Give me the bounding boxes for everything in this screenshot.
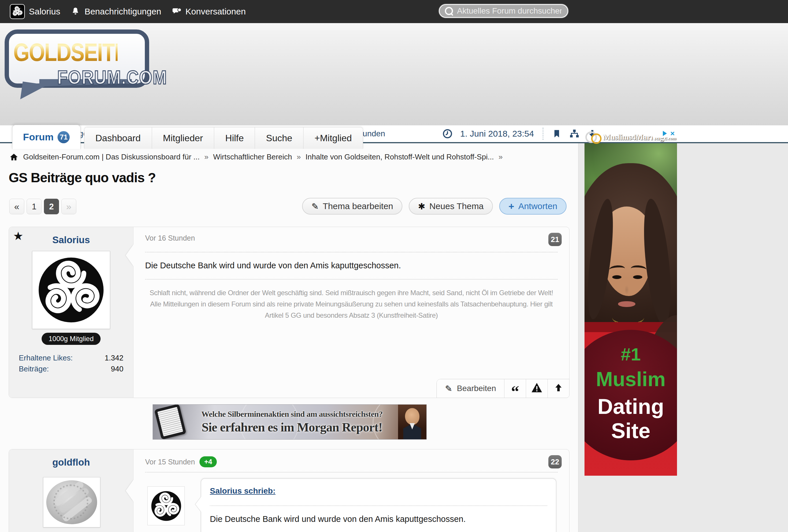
quoted-author-avatar[interactable]: [147, 486, 185, 525]
tab-suche[interactable]: Suche: [255, 127, 303, 149]
post-tail: [126, 480, 134, 502]
wedding-rings-icon: [585, 131, 602, 143]
user-avatar: [10, 4, 25, 19]
quote-post-button[interactable]: “: [505, 379, 526, 398]
logo-text-goldseiten: GOLDSEITEN: [13, 38, 118, 67]
breadcrumb-inhalte[interactable]: Inhalte von Goldseiten, Rohstoff-Welt un…: [306, 152, 494, 161]
breadcrumb: Goldseiten-Forum.com | Das Diskussionsbo…: [9, 152, 503, 161]
tab-plus-mitglied[interactable]: +Mitglied: [303, 127, 363, 149]
star-icon[interactable]: ★: [13, 229, 23, 243]
post-21-author-panel: Salorius 1000g Mitglied Erhaltene Likes:…: [9, 227, 134, 398]
main-content: Goldseiten-Forum.com | Das Diskussionsbo…: [0, 142, 578, 532]
edit-topic-button[interactable]: ✎ Thema bearbeiten: [302, 198, 402, 214]
tab-hilfe[interactable]: Hilfe: [214, 127, 255, 149]
pagination: « 1 2 »: [9, 199, 76, 214]
muslims4marriage-ad[interactable]: Muslims4Marriage.com × #1 Muslim Dating …: [585, 129, 677, 476]
post-footer-controls: ✎ Bearbeiten “: [436, 379, 569, 398]
david-morgan-portrait: [398, 405, 426, 439]
ad-text-dating: Dating: [585, 394, 677, 419]
signature-line-3: Artikel 5 GG und besonders Absatz 3 (Kun…: [145, 310, 558, 321]
pagination-next: »: [61, 199, 76, 214]
notifications-label: Benachrichtigungen: [84, 7, 161, 17]
triskelion-avatar-icon: [150, 489, 182, 523]
signature-line-2: Alle Mitteilungen in diesem Forum sind a…: [145, 298, 558, 310]
rank-badge: 1000g Mitglied: [42, 333, 101, 345]
top-bar: Salorius Benachrichtigungen Konversation…: [0, 0, 788, 23]
ad-text-number-one: #1: [585, 344, 677, 365]
asterisk-icon: ✱: [418, 201, 425, 211]
conversations-label: Konversationen: [185, 7, 246, 17]
likes-value: 1.342: [105, 353, 123, 363]
tab-mitglieder[interactable]: Mitglieder: [152, 127, 215, 149]
post-21-content: Vor 16 Stunden 21 Die Deutsche Bank wird…: [134, 227, 569, 398]
reply-button[interactable]: + Antworten: [499, 198, 567, 214]
tab-dashboard[interactable]: Dashboard: [84, 127, 152, 149]
notifications-menu[interactable]: Benachrichtigungen: [71, 7, 161, 17]
report-warning-icon: [531, 382, 543, 395]
edit-post-button[interactable]: ✎ Bearbeiten: [437, 379, 505, 398]
pencil-icon: ✎: [311, 201, 318, 211]
author-avatar[interactable]: [43, 477, 100, 527]
posts-label[interactable]: Beiträge:: [19, 365, 49, 373]
divider: [210, 506, 547, 506]
post-tail: [126, 244, 134, 266]
ad-text-site: Site: [585, 418, 677, 443]
bell-icon: [71, 7, 80, 17]
post-22-content: Vor 15 Stunden +4 22 Salorius schrieb: D…: [134, 449, 569, 532]
post-timestamp[interactable]: Vor 16 Stunden: [145, 234, 195, 242]
breadcrumb-root[interactable]: Goldseiten-Forum.com | Das Diskussionsbo…: [23, 152, 200, 161]
header-band: GOLDSEITEN FORUM.COM Forum 71 Dashboard …: [0, 23, 788, 125]
share-post-button[interactable]: [548, 379, 569, 398]
clock-icon: [442, 128, 453, 139]
home-icon[interactable]: [9, 153, 19, 161]
coin-avatar-icon: [46, 480, 97, 524]
divider: [145, 279, 558, 280]
ad-photo: [585, 129, 677, 332]
divider: [145, 472, 558, 472]
banner-ad-line-2: Sie erfahren es im Morgan Report!: [202, 420, 382, 435]
quote-icon: “: [511, 389, 519, 394]
tab-forum-badge: 71: [58, 131, 70, 143]
search-box[interactable]: [439, 4, 568, 18]
search-input[interactable]: [456, 6, 562, 16]
adchoices-bar: ×: [653, 129, 677, 138]
breadcrumb-separator: »: [204, 152, 209, 161]
post-body-text: Die Deutsche Bank wird und wurde von den…: [145, 259, 558, 271]
report-post-button[interactable]: [526, 379, 548, 398]
breadcrumb-bereich[interactable]: Wirtschaftlicher Bereich: [213, 152, 292, 161]
pagination-page-2[interactable]: 2: [44, 199, 59, 214]
new-topic-button[interactable]: ✱ Neues Thema: [409, 198, 493, 214]
post-number-badge[interactable]: 21: [548, 233, 562, 246]
post-timestamp[interactable]: Vor 15 Stunden: [145, 458, 195, 466]
user-menu[interactable]: Salorius: [10, 4, 60, 19]
morgan-report-ad-banner[interactable]: Welche Silberminenaktien sind am aussich…: [153, 404, 427, 439]
close-icon[interactable]: ×: [670, 130, 675, 137]
quoted-text: Die Deutsche Bank wird und wurde von den…: [210, 513, 547, 525]
divider: [543, 128, 544, 140]
page-title: GS Beiträge quo vadis ?: [9, 170, 156, 185]
breadcrumb-separator: »: [499, 152, 503, 161]
current-time[interactable]: 1. Juni 2018, 23:54: [460, 129, 534, 139]
pencil-icon: ✎: [445, 384, 452, 394]
pagination-first[interactable]: «: [9, 199, 24, 214]
author-link[interactable]: goldfloh: [9, 457, 133, 468]
author-avatar[interactable]: [32, 251, 110, 329]
post-22: goldfloh Vor 15 Stunden +4 22 Salorius s…: [9, 449, 569, 532]
user-name: Salorius: [29, 7, 60, 17]
adchoices-icon[interactable]: [663, 131, 667, 136]
quoted-author-link[interactable]: Salorius schrieb:: [210, 486, 275, 496]
author-link[interactable]: Salorius: [9, 234, 133, 245]
chat-icon: [172, 7, 181, 17]
divider: [145, 252, 558, 252]
likes-label[interactable]: Erhaltene Likes:: [19, 353, 73, 363]
site-logo[interactable]: GOLDSEITEN FORUM.COM: [5, 29, 145, 102]
sitemap-icon[interactable]: [569, 128, 580, 139]
tablet-image: [154, 404, 186, 439]
tab-forum[interactable]: Forum 71: [12, 125, 81, 149]
bookmark-icon[interactable]: [552, 128, 562, 139]
post-number-badge[interactable]: 22: [548, 455, 562, 468]
conversations-menu[interactable]: Konversationen: [172, 7, 246, 17]
post-likes-badge[interactable]: +4: [199, 456, 217, 467]
tab-group: Dashboard Mitglieder Hilfe Suche +Mitgli…: [84, 127, 363, 149]
pagination-page-1[interactable]: 1: [26, 199, 42, 214]
